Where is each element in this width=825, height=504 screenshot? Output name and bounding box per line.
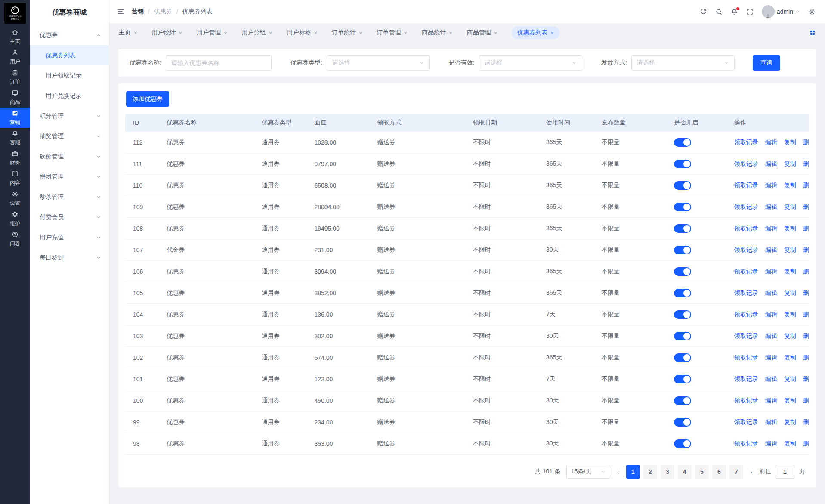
claim-records-link[interactable]: 领取记录 <box>734 418 758 426</box>
copy-link[interactable]: 复制 <box>784 354 796 362</box>
tab-6[interactable]: 订单统计× <box>332 29 362 37</box>
rail-item-service[interactable]: 客服 <box>0 128 30 148</box>
close-tab-icon[interactable]: × <box>179 30 182 36</box>
claim-records-link[interactable]: 领取记录 <box>734 289 758 297</box>
copy-link[interactable]: 复制 <box>784 139 796 146</box>
page-button-5[interactable]: 5 <box>695 465 709 479</box>
copy-link[interactable]: 复制 <box>784 225 796 232</box>
claim-records-link[interactable]: 领取记录 <box>734 203 758 211</box>
rail-item-orders[interactable]: 订单 <box>0 67 30 87</box>
enable-toggle[interactable] <box>674 375 691 383</box>
notification-bell-icon[interactable] <box>731 8 738 15</box>
claim-records-link[interactable]: 领取记录 <box>734 160 758 168</box>
filter-select-4[interactable]: 请选择 <box>631 55 735 71</box>
edit-link[interactable]: 编辑 <box>765 332 777 340</box>
close-tab-icon[interactable]: × <box>494 30 497 36</box>
delete-link[interactable]: 删除 <box>803 225 809 232</box>
prev-page-icon[interactable]: ‹ <box>616 468 620 476</box>
menu-item-1[interactable]: 优惠券列表 <box>30 45 109 65</box>
menu-group-4[interactable]: 砍价管理 <box>30 146 109 167</box>
menu-group-7[interactable]: 付费会员 <box>30 207 109 227</box>
enable-toggle[interactable] <box>674 160 691 168</box>
collapse-sidebar-icon[interactable] <box>117 8 125 15</box>
edit-link[interactable]: 编辑 <box>765 160 777 168</box>
tab-7[interactable]: 订单管理× <box>377 29 408 37</box>
edit-link[interactable]: 编辑 <box>765 139 777 146</box>
copy-link[interactable]: 复制 <box>784 246 796 254</box>
menu-group-1[interactable]: 优惠券 <box>30 25 109 45</box>
claim-records-link[interactable]: 领取记录 <box>734 182 758 189</box>
delete-link[interactable]: 删除 <box>803 182 809 189</box>
edit-link[interactable]: 编辑 <box>765 375 777 383</box>
menu-group-2[interactable]: 积分管理 <box>30 106 109 126</box>
claim-records-link[interactable]: 领取记录 <box>734 332 758 340</box>
page-button-2[interactable]: 2 <box>643 465 657 479</box>
edit-link[interactable]: 编辑 <box>765 440 777 448</box>
enable-toggle[interactable] <box>674 439 691 448</box>
add-coupon-button[interactable]: 添加优惠券 <box>126 91 169 107</box>
edit-link[interactable]: 编辑 <box>765 268 777 275</box>
copy-link[interactable]: 复制 <box>784 375 796 383</box>
claim-records-link[interactable]: 领取记录 <box>734 139 758 146</box>
delete-link[interactable]: 删除 <box>803 397 809 405</box>
edit-link[interactable]: 编辑 <box>765 246 777 254</box>
gear-icon[interactable] <box>808 8 816 15</box>
enable-toggle[interactable] <box>674 310 691 319</box>
delete-link[interactable]: 删除 <box>803 375 809 383</box>
rail-item-maintenance[interactable]: 维护 <box>0 209 30 229</box>
close-tab-icon[interactable]: × <box>449 30 452 36</box>
claim-records-link[interactable]: 领取记录 <box>734 225 758 232</box>
copy-link[interactable]: 复制 <box>784 289 796 297</box>
edit-link[interactable]: 编辑 <box>765 418 777 426</box>
close-tab-icon[interactable]: × <box>269 30 272 36</box>
enable-toggle[interactable] <box>674 246 691 254</box>
tab-5[interactable]: 用户标签× <box>287 29 317 37</box>
edit-link[interactable]: 编辑 <box>765 311 777 318</box>
page-size-select[interactable]: 15条/页 <box>566 465 610 479</box>
menu-group-8[interactable]: 用户充值 <box>30 227 109 247</box>
claim-records-link[interactable]: 领取记录 <box>734 397 758 405</box>
delete-link[interactable]: 删除 <box>803 160 809 168</box>
enable-toggle[interactable] <box>674 418 691 427</box>
tab-2[interactable]: 用户统计× <box>152 29 182 37</box>
copy-link[interactable]: 复制 <box>784 182 796 189</box>
enable-toggle[interactable] <box>674 267 691 276</box>
delete-link[interactable]: 删除 <box>803 289 809 297</box>
tab-8[interactable]: 商品统计× <box>422 29 452 37</box>
delete-link[interactable]: 删除 <box>803 332 809 340</box>
page-button-6[interactable]: 6 <box>712 465 726 479</box>
close-tab-icon[interactable]: × <box>404 30 408 36</box>
tab-4[interactable]: 用户分组× <box>242 29 272 37</box>
page-button-7[interactable]: 7 <box>729 465 743 479</box>
copy-link[interactable]: 复制 <box>784 397 796 405</box>
enable-toggle[interactable] <box>674 224 691 233</box>
menu-group-9[interactable]: 每日签到 <box>30 247 109 268</box>
enable-toggle[interactable] <box>674 353 691 362</box>
delete-link[interactable]: 删除 <box>803 440 809 448</box>
filter-select-2[interactable]: 请选择 <box>327 55 430 71</box>
delete-link[interactable]: 删除 <box>803 139 809 146</box>
delete-link[interactable]: 删除 <box>803 246 809 254</box>
menu-group-5[interactable]: 拼团管理 <box>30 167 109 187</box>
close-tab-icon[interactable]: × <box>224 30 227 36</box>
edit-link[interactable]: 编辑 <box>765 289 777 297</box>
claim-records-link[interactable]: 领取记录 <box>734 354 758 362</box>
rail-item-contentmgr[interactable]: 内容 <box>0 168 30 189</box>
app-logo[interactable]: AMERICAN DREAM <box>0 0 30 27</box>
claim-records-link[interactable]: 领取记录 <box>734 375 758 383</box>
search-icon[interactable] <box>715 8 723 15</box>
rail-item-settings[interactable]: 设置 <box>0 189 30 209</box>
copy-link[interactable]: 复制 <box>784 418 796 426</box>
tab-layout-grid-icon[interactable] <box>810 30 816 36</box>
page-button-3[interactable]: 3 <box>661 465 674 479</box>
copy-link[interactable]: 复制 <box>784 332 796 340</box>
coupon-name-input[interactable] <box>166 55 272 71</box>
filter-select-3[interactable]: 请选择 <box>479 55 582 71</box>
tab-1[interactable]: 主页× <box>119 29 137 37</box>
menu-group-6[interactable]: 秒杀管理 <box>30 187 109 207</box>
claim-records-link[interactable]: 领取记录 <box>734 311 758 318</box>
close-tab-icon[interactable]: × <box>134 30 137 36</box>
delete-link[interactable]: 删除 <box>803 311 809 318</box>
rail-item-goods[interactable]: 商品 <box>0 87 30 108</box>
close-tab-icon[interactable]: × <box>359 30 362 36</box>
